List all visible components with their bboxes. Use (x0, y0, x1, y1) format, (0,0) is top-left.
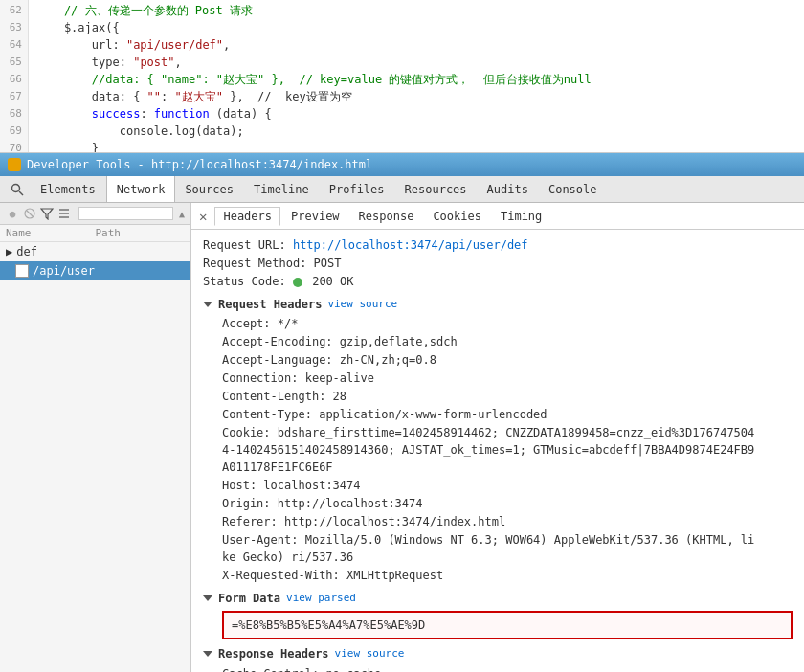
devtools-title: Developer Tools - http://localhost:3474/… (27, 158, 372, 171)
folder-icon: ▶ (6, 245, 12, 258)
response-headers-view-source[interactable]: view source (335, 645, 405, 662)
host-row: Host: localhost:3474 (203, 477, 793, 494)
origin-label: Origin: (222, 497, 278, 510)
line-numbers: 62 63 64 65 66 67 68 69 70 (0, 0, 29, 152)
referer-row: Referer: http://localhost:3474/index.htm… (203, 513, 793, 530)
request-headers-view-source[interactable]: view source (327, 296, 397, 313)
status-code-value: 200 OK (312, 275, 353, 288)
origin-row: Origin: http://localhost:3474 (203, 495, 793, 512)
record-icon[interactable]: ● (6, 207, 19, 220)
svg-marker-4 (41, 209, 53, 219)
devtools-toolbar: Elements Network Sources Timeline Profil… (0, 176, 804, 203)
tab-resources[interactable]: Resources (395, 176, 478, 202)
list-item-api-user[interactable]: /api/user (0, 261, 190, 280)
content-length-label: Content-Length: (222, 390, 333, 403)
content-length-row: Content-Length: 28 (203, 388, 793, 405)
cookie-value: bdshare_firsttime=1402458914462; CNZZDAT… (222, 426, 754, 474)
headers-content: Request URL: http://localhost:3474/api/u… (191, 230, 804, 672)
svg-point-0 (12, 184, 20, 191)
tab-network[interactable]: Network (106, 176, 176, 202)
devtools-titlebar: Developer Tools - http://localhost:3474/… (0, 153, 804, 176)
tab-sources[interactable]: Sources (175, 176, 244, 202)
filter-icon[interactable] (40, 207, 54, 220)
request-url-value: http://localhost:3474/api/user/def (293, 238, 528, 252)
sub-tabs-bar: ✕ Headers Preview Response Cookies Timin… (191, 203, 804, 230)
request-method-label: Request Method: (203, 257, 314, 270)
clear-icon[interactable] (23, 207, 36, 220)
form-data-section: Form Data view parsed (203, 590, 793, 607)
scroll-top-icon: ▲ (179, 209, 185, 219)
devtools-tabs: Elements Network Sources Timeline Profil… (31, 176, 608, 202)
request-headers-triangle (203, 302, 212, 307)
host-value: localhost:3474 (263, 479, 360, 492)
sub-tab-cookies[interactable]: Cookies (424, 207, 490, 226)
cookie-label: Cookie: (222, 426, 278, 439)
connection-value: keep-alive (305, 371, 374, 385)
accept-encoding-value: gzip,deflate,sdch (340, 335, 458, 348)
tab-profiles[interactable]: Profiles (320, 176, 395, 202)
response-headers-section: Response Headers view source (203, 645, 793, 662)
content-type-label: Content-Type: (222, 408, 319, 421)
svg-line-1 (19, 191, 23, 195)
status-code-label: Status Code: (203, 275, 293, 288)
response-headers-label: Response Headers (218, 645, 329, 662)
connection-row: Connection: keep-alive (203, 370, 793, 387)
filter-input[interactable] (78, 207, 173, 220)
status-green-icon (293, 278, 302, 287)
tab-audits[interactable]: Audits (478, 176, 539, 202)
close-panel-button[interactable]: ✕ (199, 209, 207, 224)
list-icon[interactable] (57, 207, 71, 220)
cache-control-row: Cache-Control: no-cache (203, 665, 443, 672)
right-panel: ✕ Headers Preview Response Cookies Timin… (191, 203, 804, 672)
xrw-row: X-Requested-With: XMLHttpRequest (203, 567, 793, 584)
request-headers-section: Request Headers view source (203, 296, 793, 313)
devtools-logo-icon (8, 158, 21, 171)
ua-label: User-Agent: (222, 533, 305, 547)
request-method-row: Request Method: POST (203, 255, 793, 272)
cache-control-value: no-cache (325, 667, 381, 672)
code-content: // 六、传递一个参数的 Post 请求 $.ajax({ url: "api/… (29, 0, 804, 152)
left-panel-toolbar: ● ▲ (0, 203, 190, 225)
content-type-row: Content-Type: application/x-www-form-url… (203, 406, 793, 423)
sub-tab-timing[interactable]: Timing (492, 207, 550, 226)
accept-encoding-row: Accept-Encoding: gzip,deflate,sdch (203, 333, 793, 350)
status-code-row: Status Code: 200 OK (203, 273, 793, 290)
content-length-value: 28 (333, 390, 346, 403)
cookie-row: Cookie: bdshare_firsttime=1402458914462;… (203, 424, 758, 476)
accept-value: */* (278, 317, 299, 330)
referer-label: Referer: (222, 515, 284, 528)
left-panel: ● ▲ Name Path ▶ def /api/user (0, 203, 191, 672)
tab-timeline[interactable]: Timeline (244, 176, 320, 202)
list-item-def[interactable]: ▶ def (0, 242, 190, 261)
request-url-label: Request URL: (203, 238, 293, 252)
request-method-value: POST (314, 257, 342, 270)
devtools-main: ● ▲ Name Path ▶ def /api/user (0, 203, 804, 672)
response-headers-triangle (203, 651, 212, 657)
form-data-value: =%E8%B5%B5%E5%A4%A7%E5%AE%9D (232, 618, 425, 632)
cache-control-label: Cache-Control: (222, 667, 325, 672)
accept-language-value: zh-CN,zh;q=0.8 (340, 353, 436, 367)
left-panel-list: ▶ def /api/user (0, 242, 190, 672)
request-url-row: Request URL: http://localhost:3474/api/u… (203, 236, 793, 254)
name-col-header: Name (6, 227, 96, 239)
folder-name: def (16, 245, 37, 258)
form-data-triangle (203, 595, 212, 601)
origin-value: http://localhost:3474 (278, 497, 423, 510)
connection-label: Connection: (222, 371, 305, 385)
form-data-box: =%E8%B5%B5%E5%A4%A7%E5%AE%9D (222, 611, 793, 639)
search-icon[interactable] (10, 182, 25, 197)
tab-console[interactable]: Console (539, 176, 608, 202)
form-data-view-parsed[interactable]: view parsed (286, 590, 356, 607)
svg-line-3 (27, 211, 33, 216)
file-icon (15, 264, 29, 278)
sub-tab-response[interactable]: Response (350, 207, 423, 226)
toolbar-icons (4, 182, 31, 197)
watermark: http://www.cnblogs.com/babycool (443, 664, 793, 672)
ua-row: User-Agent: Mozilla/5.0 (Windows NT 6.3;… (203, 531, 758, 566)
host-label: Host: (222, 479, 263, 492)
xrw-value: XMLHttpRequest (346, 569, 443, 582)
left-panel-header: Name Path (0, 225, 190, 242)
sub-tab-headers[interactable]: Headers (214, 207, 280, 226)
sub-tab-preview[interactable]: Preview (282, 207, 348, 226)
tab-elements[interactable]: Elements (31, 176, 106, 202)
